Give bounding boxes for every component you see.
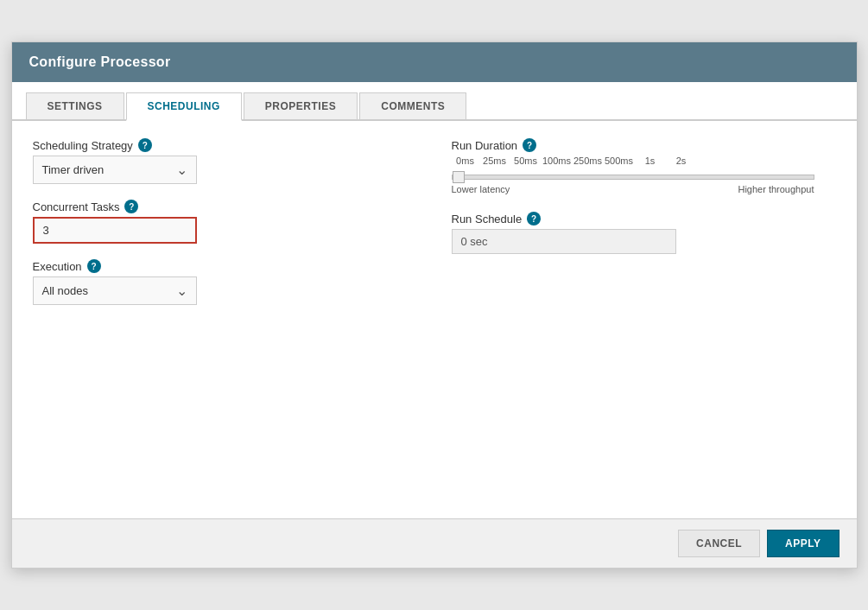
- scheduling-form: Scheduling Strategy ? Timer driven ⌄ Con…: [33, 138, 836, 321]
- tick-2s: 2s: [666, 156, 697, 166]
- chevron-down-icon: ⌄: [176, 162, 187, 178]
- tab-comments[interactable]: COMMENTS: [359, 92, 466, 119]
- run-duration-tick-labels: 0ms 25ms 50ms 100ms 250ms 500ms 1s 2s: [452, 156, 836, 166]
- slider-hints: Lower latency Higher throughput: [452, 184, 814, 194]
- scheduling-strategy-label: Scheduling Strategy ?: [33, 138, 400, 152]
- tab-settings[interactable]: SETTINGS: [26, 92, 124, 119]
- tab-properties[interactable]: PROPERTIES: [244, 92, 358, 119]
- execution-label: Execution ?: [33, 259, 400, 273]
- tab-scheduling[interactable]: SCHEDULING: [126, 92, 242, 121]
- higher-throughput-hint: Higher throughput: [738, 184, 814, 194]
- run-duration-slider-container: [452, 169, 814, 182]
- tick-1s: 1s: [635, 156, 666, 166]
- tick-250ms: 250ms: [573, 156, 604, 166]
- concurrent-tasks-help-icon[interactable]: ?: [124, 200, 138, 213]
- right-column: Run Duration ? 0ms 25ms 50ms 100ms 250ms…: [434, 138, 836, 321]
- lower-latency-hint: Lower latency: [452, 184, 510, 194]
- tab-bar: SETTINGS SCHEDULING PROPERTIES COMMENTS: [12, 82, 857, 121]
- dialog-footer: CANCEL APPLY: [12, 518, 857, 568]
- run-schedule-group: Run Schedule ?: [452, 212, 836, 254]
- tick-25ms: 25ms: [479, 156, 510, 166]
- configure-processor-dialog: Configure Processor SETTINGS SCHEDULING …: [11, 41, 858, 569]
- run-duration-label: Run Duration ?: [452, 138, 836, 152]
- scheduling-strategy-group: Scheduling Strategy ? Timer driven ⌄: [33, 138, 400, 184]
- run-duration-slider[interactable]: [452, 175, 814, 180]
- scheduling-strategy-help-icon[interactable]: ?: [138, 138, 152, 152]
- left-column: Scheduling Strategy ? Timer driven ⌄ Con…: [33, 138, 434, 321]
- scheduling-strategy-select[interactable]: Timer driven ⌄: [33, 156, 197, 184]
- run-schedule-label: Run Schedule ?: [452, 212, 836, 226]
- dialog-header: Configure Processor: [12, 42, 857, 82]
- tick-50ms: 50ms: [510, 156, 542, 166]
- dialog-title: Configure Processor: [29, 54, 171, 69]
- content-area: Scheduling Strategy ? Timer driven ⌄ Con…: [12, 121, 857, 518]
- run-duration-help-icon[interactable]: ?: [523, 138, 536, 152]
- tick-0ms: 0ms: [452, 156, 479, 166]
- concurrent-tasks-group: Concurrent Tasks ? 3: [33, 200, 400, 244]
- run-schedule-help-icon[interactable]: ?: [527, 212, 541, 226]
- concurrent-tasks-label: Concurrent Tasks ?: [33, 200, 400, 213]
- execution-help-icon[interactable]: ?: [87, 259, 101, 273]
- execution-group: Execution ? All nodes ⌄: [33, 259, 400, 305]
- cancel-button[interactable]: CANCEL: [678, 530, 760, 557]
- concurrent-tasks-input[interactable]: 3: [33, 217, 197, 244]
- apply-button[interactable]: APPLY: [767, 530, 839, 557]
- dialog-body: SETTINGS SCHEDULING PROPERTIES COMMENTS: [12, 82, 857, 518]
- run-schedule-input[interactable]: [452, 229, 676, 254]
- execution-select[interactable]: All nodes ⌄: [33, 276, 197, 305]
- tick-100ms: 100ms: [542, 156, 573, 166]
- chevron-down-icon-2: ⌄: [176, 283, 187, 299]
- run-duration-group: Run Duration ? 0ms 25ms 50ms 100ms 250ms…: [452, 138, 836, 194]
- tick-500ms: 500ms: [604, 156, 635, 166]
